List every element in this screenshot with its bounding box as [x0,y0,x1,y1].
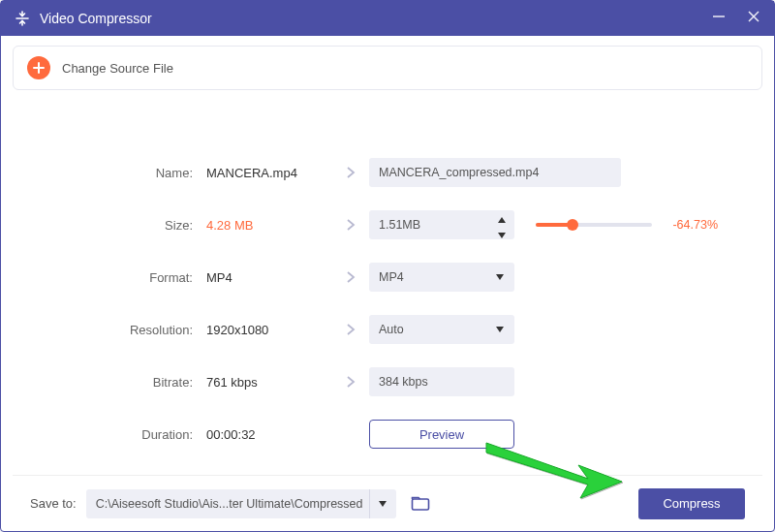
resolution-select[interactable]: Auto [369,315,514,344]
arrow-icon [332,218,369,232]
row-resolution: Resolution: 1920x1080 Auto [42,315,733,344]
label-format: Format: [42,270,206,285]
window-controls [712,10,760,27]
chevron-down-icon [495,270,505,284]
size-slider[interactable] [536,223,652,227]
bitrate-original: 761 kbps [206,375,332,390]
arrow-icon [332,166,369,179]
bitrate-output: 384 kbps [369,367,514,396]
row-name: Name: MANCERA.mp4 [42,158,733,187]
size-slider-wrap [536,223,652,227]
arrow-icon [332,323,369,336]
name-original: MANCERA.mp4 [206,166,332,180]
compress-button[interactable]: Compress [638,488,745,519]
slider-fill [536,223,571,227]
minimize-button[interactable] [712,10,726,27]
duration-value: 00:00:32 [206,427,332,442]
label-resolution: Resolution: [42,323,206,337]
svg-marker-8 [498,217,506,223]
arrow-icon [332,375,369,389]
name-output-input[interactable] [369,158,621,187]
size-output-value: 1.51MB [379,218,420,232]
svg-marker-10 [496,274,504,280]
content-area: Change Source File Name: MANCERA.mp4 Siz… [1,36,774,531]
label-duration: Duration: [42,427,206,442]
footer: Save to: C:\Aiseesoft Studio\Ais...ter U… [13,475,762,531]
label-bitrate: Bitrate: [42,375,206,390]
window-title: Video Compressor [40,11,152,26]
svg-marker-9 [498,233,506,238]
row-size: Size: 4.28 MB 1.51MB -64.73% [42,210,733,239]
format-select[interactable]: MP4 [369,263,514,292]
save-to-label: Save to: [30,496,77,511]
bitrate-output-value: 384 kbps [379,375,428,389]
size-output-stepper[interactable]: 1.51MB [369,210,514,239]
svg-marker-11 [496,327,504,332]
size-percent: -64.73% [660,218,718,232]
resolution-original: 1920x1080 [206,323,332,337]
form-area: Name: MANCERA.mp4 Size: 4.28 MB 1.51MB [13,90,762,475]
label-name: Name: [42,166,206,180]
svg-rect-13 [412,499,428,510]
open-folder-button[interactable] [408,491,433,516]
format-original: MP4 [206,270,332,285]
resolution-select-value: Auto [379,323,404,336]
stepper [497,213,507,242]
compress-icon [15,11,30,26]
slider-thumb[interactable] [567,219,578,231]
close-button[interactable] [747,10,760,27]
label-size: Size: [42,218,206,233]
titlebar: Video Compressor [1,1,774,36]
source-label: Change Source File [62,61,173,76]
titlebar-left: Video Compressor [15,11,152,26]
svg-marker-12 [379,501,387,507]
format-select-value: MP4 [379,270,404,284]
arrow-icon [332,270,369,284]
save-path-select[interactable]: C:\Aiseesoft Studio\Ais...ter Ultimate\C… [86,489,396,518]
size-original: 4.28 MB [206,218,332,233]
row-bitrate: Bitrate: 761 kbps 384 kbps [42,367,733,396]
chevron-down-icon [369,489,396,518]
save-path-value: C:\Aiseesoft Studio\Ais...ter Ultimate\C… [96,497,363,511]
row-duration: Duration: 00:00:32 Preview [42,420,733,449]
app-window: Video Compressor Change Source File Name… [0,0,775,532]
stepper-down-icon[interactable] [497,229,507,242]
preview-button[interactable]: Preview [369,420,514,449]
chevron-down-icon [495,323,505,336]
row-format: Format: MP4 MP4 [42,263,733,292]
add-source-button[interactable] [27,56,50,79]
source-bar: Change Source File [13,46,762,90]
stepper-up-icon[interactable] [497,213,507,227]
